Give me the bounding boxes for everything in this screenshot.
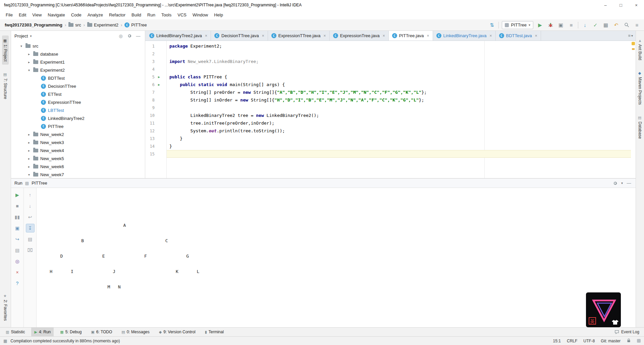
- editor-tab[interactable]: CDecisionTTree.java×: [211, 31, 268, 41]
- menu-item-code[interactable]: Code: [68, 10, 85, 19]
- code-line[interactable]: public class PITTree {: [167, 73, 631, 81]
- run-line-icon[interactable]: ▶: [158, 83, 160, 86]
- sort-icon[interactable]: ⇅: [488, 21, 495, 29]
- editor-tab[interactable]: CBDTTest.java×: [496, 31, 541, 41]
- vcs-rollback-button[interactable]: ↶: [612, 21, 620, 29]
- toolwindow-button-todo[interactable]: ▣6: TODO: [88, 328, 115, 336]
- editor-tab[interactable]: CLinkedBinaryTree.java×: [433, 31, 496, 41]
- tree-row[interactable]: CETTest: [11, 90, 145, 98]
- editor-tab[interactable]: CExpressionTree.java×: [330, 31, 389, 41]
- exit-button[interactable]: ↪: [13, 235, 22, 244]
- code-line[interactable]: [167, 104, 631, 112]
- menu-item-navigate[interactable]: Navigate: [45, 10, 68, 19]
- vcs-commit-button[interactable]: ✓: [592, 21, 599, 29]
- code-line[interactable]: }: [167, 142, 631, 150]
- tab-close-icon[interactable]: ×: [262, 33, 264, 38]
- event-log-button[interactable]: Event Log: [614, 330, 641, 334]
- clear-all-button[interactable]: ⌧: [26, 246, 35, 255]
- menu-item-edit[interactable]: Edit: [16, 10, 29, 19]
- caret-position-widget[interactable]: 15:1: [553, 339, 561, 343]
- prev-occurrence-button[interactable]: ↑: [26, 191, 35, 199]
- chevron-right-icon[interactable]: ▸: [27, 157, 31, 160]
- tree-row[interactable]: ▸New_week3: [11, 138, 145, 146]
- screenshot-button[interactable]: ▣: [13, 224, 22, 232]
- code-line[interactable]: System.out.println(tree.toString());: [167, 127, 631, 135]
- tree-row[interactable]: ▸database: [11, 50, 145, 58]
- tree-row[interactable]: CExpressionTTree: [11, 98, 145, 106]
- toolwindow-button-version-control[interactable]: ◆9: Version Control: [156, 328, 199, 336]
- code-line[interactable]: [167, 65, 631, 73]
- tab-close-icon[interactable]: ×: [383, 33, 385, 38]
- code-line[interactable]: }: [167, 135, 631, 142]
- pin-button[interactable]: ◎: [13, 257, 22, 266]
- tab-close-icon[interactable]: ×: [205, 33, 207, 38]
- code-line[interactable]: String[] preOrder = new String[]{"A","B"…: [167, 88, 631, 96]
- warning-stripe-mark[interactable]: [632, 48, 635, 50]
- hide-panel-button[interactable]: —: [135, 32, 142, 39]
- chevron-right-icon[interactable]: ▸: [27, 60, 31, 64]
- editor-tab[interactable]: CPITTree.java×: [389, 31, 433, 41]
- menu-item-build[interactable]: Build: [128, 10, 144, 19]
- code-area[interactable]: package Experiment2;import New_week7.Lin…: [167, 41, 631, 178]
- maximize-button[interactable]: □: [613, 0, 629, 10]
- vcs-changes-button[interactable]: ▦: [602, 21, 609, 29]
- code-line[interactable]: import New_week7.LinkedBinaryTree;: [167, 58, 631, 65]
- toolwindow-switcher-icon[interactable]: ▦: [3, 339, 7, 343]
- tree-row[interactable]: ▸New_week4: [11, 146, 145, 154]
- chevron-down-icon[interactable]: ▾: [27, 173, 31, 177]
- chevron-right-icon[interactable]: ▸: [27, 149, 31, 152]
- menu-item-tools[interactable]: Tools: [158, 10, 174, 19]
- menu-item-window[interactable]: Window: [190, 10, 211, 19]
- stripe-button-2-favorites[interactable]: ★2: Favorites: [2, 291, 9, 324]
- run-console[interactable]: A B C D E F G H I J K L: [37, 188, 636, 327]
- show-console-button[interactable]: ▤: [13, 246, 22, 255]
- rerun-button[interactable]: ▶: [13, 191, 22, 199]
- tree-row[interactable]: ▾src: [11, 42, 145, 50]
- coverage-button[interactable]: ▣: [557, 21, 565, 29]
- code-line[interactable]: public static void main(String[] args) {: [167, 81, 631, 88]
- tab-close-icon[interactable]: ×: [324, 33, 326, 38]
- status-indicator-icon[interactable]: [637, 339, 641, 343]
- settings-button[interactable]: [126, 32, 133, 39]
- close-button[interactable]: ×: [629, 0, 644, 10]
- chevron-down-icon[interactable]: ▾: [19, 44, 23, 48]
- tree-row[interactable]: ▸New_week2: [11, 130, 145, 138]
- tree-row[interactable]: CPITTree: [11, 122, 145, 130]
- toolwindow-button-terminal[interactable]: ▮Terminal: [202, 328, 227, 336]
- soft-wrap-button[interactable]: ↩: [26, 213, 35, 221]
- stop-button[interactable]: ■: [13, 202, 22, 210]
- line-separator-widget[interactable]: CRLF: [567, 339, 577, 343]
- tree-row[interactable]: CDecisionTTree: [11, 82, 145, 90]
- menu-item-help[interactable]: Help: [211, 10, 226, 19]
- lock-icon[interactable]: [627, 338, 631, 344]
- git-branch-widget[interactable]: Git: master: [601, 339, 621, 343]
- stripe-button-1-project[interactable]: ▦1: Project: [2, 36, 9, 65]
- menu-item-view[interactable]: View: [29, 10, 45, 19]
- chevron-down-icon[interactable]: ▾: [27, 68, 31, 72]
- run-button[interactable]: ▶: [536, 21, 544, 29]
- tree-row[interactable]: ▸New_week5: [11, 154, 145, 162]
- print-button[interactable]: ▤: [26, 235, 35, 244]
- tab-close-icon[interactable]: ×: [489, 33, 492, 38]
- search-everywhere-button[interactable]: [623, 21, 630, 29]
- toolwindow-list-button[interactable]: ≡: [633, 21, 641, 29]
- close-button[interactable]: ×: [13, 268, 22, 277]
- stripe-button-ant-build[interactable]: ▲Ant Build: [637, 36, 643, 63]
- encoding-widget[interactable]: UTF-8: [583, 339, 595, 343]
- editor-tab[interactable]: CExpressionTTree.java×: [268, 31, 330, 41]
- breadcrumb-item[interactable]: fwq20172303_Programming: [3, 22, 64, 27]
- project-panel-title[interactable]: Project: [14, 33, 28, 39]
- menu-item-vcs[interactable]: VCS: [174, 10, 190, 19]
- tab-close-icon[interactable]: ×: [427, 33, 429, 38]
- editor-scrollbar[interactable]: [631, 41, 636, 178]
- editor-tab[interactable]: CLinkedBinaryTree2.java×: [146, 31, 211, 41]
- minimize-panel-button[interactable]: —: [626, 180, 632, 187]
- tree-row[interactable]: ▸New_week6: [11, 162, 145, 170]
- breadcrumb-item[interactable]: Experiment2: [86, 22, 120, 27]
- chevron-right-icon[interactable]: ▸: [27, 133, 31, 136]
- code-line[interactable]: [167, 150, 631, 158]
- chevron-right-icon[interactable]: ▸: [27, 165, 31, 168]
- tree-row[interactable]: ▸Experiment1: [11, 58, 145, 66]
- code-line[interactable]: [167, 50, 631, 58]
- code-line[interactable]: String[] inOrder = new String[]{"H","D",…: [167, 96, 631, 104]
